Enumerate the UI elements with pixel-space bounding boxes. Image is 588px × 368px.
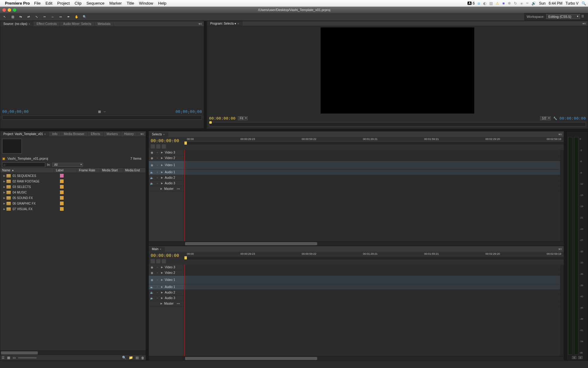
collapse-icon[interactable]: ▶ [161, 278, 163, 281]
speaker-icon[interactable]: 🔈 [150, 170, 154, 174]
video-track-header[interactable]: ◉ ▫ ▶ Video 2 [149, 270, 184, 276]
timeline-hscroll[interactable] [149, 356, 564, 360]
marker-icon[interactable] [156, 259, 160, 263]
playhead-icon[interactable] [184, 256, 187, 259]
project-in-dropdown[interactable]: All [52, 163, 83, 167]
track-lane[interactable] [184, 150, 564, 155]
label-swatch[interactable] [60, 179, 64, 183]
track-lane[interactable] [184, 295, 564, 301]
speaker-icon[interactable]: 🔈 [150, 285, 154, 289]
bin-row[interactable]: ▶ 01 SEQUENCES [0, 173, 146, 178]
col-name[interactable]: Name ▲ [0, 168, 54, 173]
audio-track-header[interactable]: 🔈 ▫ ▶ Audio 2 [149, 175, 184, 181]
find-icon[interactable]: 🔍 [122, 356, 126, 360]
collapse-icon[interactable]: ▶ [161, 297, 163, 299]
lock-icon[interactable]: ▫ [156, 176, 159, 180]
ripple-edit-tool[interactable]: ⇆ [18, 14, 23, 20]
timeline-vscroll[interactable] [560, 265, 564, 356]
playhead-icon[interactable] [209, 121, 212, 124]
lock-icon[interactable]: ▫ [156, 163, 159, 167]
label-swatch[interactable] [60, 202, 64, 205]
bin-row[interactable]: ▶ 07 VISUAL FX [0, 206, 146, 212]
panel-menu-icon[interactable]: ▾≡ [557, 133, 564, 136]
close-icon[interactable]: × [160, 248, 161, 251]
list-view-icon[interactable]: ☰ [2, 356, 5, 360]
label-swatch[interactable] [60, 174, 64, 178]
track-lane[interactable] [184, 155, 564, 161]
track-lane[interactable] [184, 161, 564, 170]
program-tc-out[interactable]: 00:00:00:00 [559, 116, 586, 121]
icon-view-icon[interactable]: ▦ [7, 356, 10, 360]
video-track-header[interactable]: ◉ ▫ ▶ Video 1 [149, 276, 184, 284]
window-minimize-button[interactable] [8, 8, 11, 12]
wifi-icon[interactable]: ⌔ [526, 1, 528, 6]
audio-track-header[interactable]: 🔈 ▫ ▶ Audio 3 [149, 295, 184, 301]
clock-day[interactable]: Sun [539, 1, 546, 6]
speaker-icon[interactable]: 🔈 [150, 296, 154, 300]
bin-row[interactable]: ▶ 06 GRAPHIC FX [0, 201, 146, 206]
volume-icon[interactable]: 🔊 [531, 1, 536, 6]
collapse-icon[interactable]: ▶ [161, 171, 163, 174]
wrench-icon[interactable]: 🔧 [553, 117, 557, 120]
playhead-line[interactable] [184, 150, 185, 241]
output-icon[interactable]: ⊶ [177, 302, 180, 305]
track-lane[interactable] [184, 301, 564, 306]
source-tc-in[interactable]: 00;00;00;00 [2, 109, 29, 114]
video-track-header[interactable]: ◉ ▫ ▶ Video 2 [149, 155, 184, 161]
timeline-ruler[interactable]: 00:0000:00:29:2300:00:59:2200:01:29:2100… [184, 137, 564, 141]
clock-time[interactable]: 6:44 PM [549, 1, 562, 6]
timeline-hscroll[interactable] [149, 241, 564, 246]
eye-icon[interactable]: ◉ [150, 271, 154, 275]
menu-sequence[interactable]: Sequence [86, 1, 105, 6]
video-track-header[interactable]: ◉ ▫ ▶ Video 3 [149, 150, 184, 155]
track-lane[interactable] [184, 276, 564, 284]
disclosure-icon[interactable]: ▶ [3, 174, 6, 177]
rate-stretch-tool[interactable]: ⤡ [34, 14, 39, 20]
timeline-track-area[interactable] [184, 265, 564, 356]
tab-metadata[interactable]: Metadata [95, 22, 114, 26]
col-label[interactable]: Label [54, 168, 77, 173]
program-tc-in[interactable]: 00:00:00:00 [209, 116, 235, 121]
label-swatch[interactable] [60, 185, 64, 189]
collapse-icon[interactable]: ▶ [160, 302, 162, 305]
label-swatch[interactable] [60, 190, 64, 194]
timeline-ruler[interactable]: 00:0000:00:29:2300:00:59:2200:01:29:2100… [184, 252, 564, 256]
collapse-icon[interactable]: ▶ [161, 157, 163, 159]
timeline-vscroll[interactable] [560, 150, 564, 241]
disclosure-icon[interactable]: ▶ [3, 180, 6, 183]
audio-track-header[interactable]: 🔈 ▫ ▶ Audio 2 [149, 290, 184, 295]
eye-icon[interactable]: ◉ [150, 151, 154, 154]
selection-tool[interactable]: ↖ [2, 14, 7, 20]
col-media-start[interactable]: Media Start [100, 168, 123, 173]
lock-icon[interactable]: ▫ [156, 271, 159, 275]
track-lane[interactable] [184, 265, 564, 270]
col-framerate[interactable]: Frame Rate [77, 168, 100, 173]
program-res-dropdown[interactable]: 1/2 [540, 116, 551, 120]
alert-icon[interactable]: ⚠ [496, 1, 499, 6]
trash-icon[interactable]: 🗑 [141, 356, 144, 360]
track-lane[interactable] [184, 270, 564, 276]
lock-icon[interactable]: ▫ [156, 266, 159, 269]
slide-tool[interactable]: ⇔ [58, 14, 63, 20]
project-search-input[interactable] [2, 162, 45, 167]
snap-icon[interactable] [151, 144, 155, 149]
track-lane[interactable] [184, 170, 564, 175]
bin-row[interactable]: ▶ 04 MUSIC [0, 190, 146, 195]
disclosure-icon[interactable]: ▶ [3, 197, 6, 199]
tab-info[interactable]: Info [49, 132, 61, 136]
lock-icon[interactable]: ▫ [156, 182, 159, 185]
zoom-slider[interactable] [18, 357, 37, 358]
source-icon-1[interactable]: ▦ [98, 110, 101, 113]
dropbox-icon[interactable]: ⧈ [478, 1, 480, 6]
collapse-icon[interactable]: ▶ [161, 151, 163, 154]
timeline-tab[interactable]: Main× [149, 247, 165, 251]
snap-icon[interactable] [151, 259, 155, 263]
timeline-timecode[interactable]: 00:00:00:00 [151, 253, 183, 258]
menu-help[interactable]: Help [158, 1, 167, 6]
workspace-dropdown[interactable]: Editing (CS5.5) [546, 14, 580, 19]
solo-right-button[interactable]: S [578, 356, 582, 359]
panel-menu-icon[interactable]: ▾≡ [197, 22, 204, 26]
timeline-tab[interactable]: Selects× [149, 132, 168, 137]
tab-effect-controls[interactable]: Effect Controls [34, 22, 60, 26]
sync-icon[interactable]: ✲ [508, 1, 511, 6]
